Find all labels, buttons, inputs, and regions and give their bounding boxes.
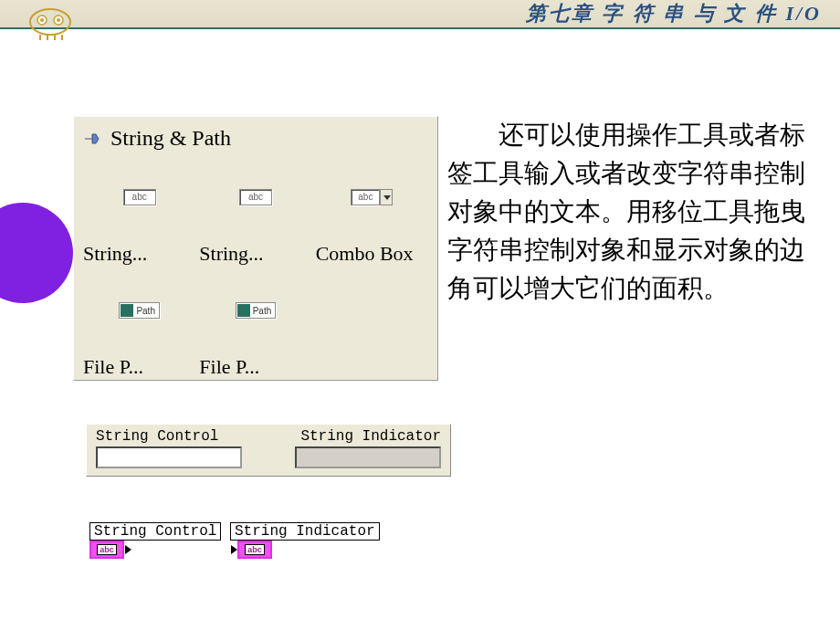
string-control-terminal: String Control abc <box>89 522 221 559</box>
palette-item[interactable]: abc <box>81 169 197 226</box>
string-indicator-label: String Indicator <box>300 428 441 445</box>
palette-item-label: String... <box>197 226 313 282</box>
string-control-icon: abc <box>123 189 156 205</box>
string-indicator-terminal-icon[interactable]: abc <box>237 541 272 559</box>
string-control-terminal-icon[interactable]: abc <box>89 541 124 559</box>
body-paragraph: 还可以使用操作工具或者标签工具输入或者改变字符串控制对象中的文本。用移位工具拖曳… <box>447 116 817 308</box>
palette-item[interactable]: Path <box>197 282 313 339</box>
palette-title: String & Path <box>110 126 231 151</box>
flow-in-icon <box>231 545 237 554</box>
palette-item-label: Combo Box <box>314 226 430 282</box>
header-bar: 第七章 字 符 串 与 文 件 I/O <box>0 0 840 29</box>
chevron-down-icon <box>380 189 393 205</box>
string-indicator-terminal: String Indicator abc <box>230 522 380 559</box>
palette-item-label: File P... <box>81 339 197 395</box>
svg-point-3 <box>40 18 44 22</box>
string-control-label: String Control <box>96 428 268 445</box>
string-indicator-icon: abc <box>239 189 272 205</box>
file-path-indicator-icon: Path <box>236 302 277 319</box>
string-indicator-display <box>295 446 441 468</box>
svg-point-4 <box>57 18 60 22</box>
string-path-palette: String & Path abc abc abc String... Stri… <box>73 116 438 381</box>
deco-circle <box>0 203 73 303</box>
front-panel-controls: String Control String Indicator <box>86 424 451 477</box>
palette-item[interactable]: abc <box>197 169 313 226</box>
palette-item[interactable]: Path <box>81 282 197 339</box>
terminal-label: String Control <box>89 522 221 541</box>
flow-out-icon <box>125 545 131 554</box>
file-path-control-icon: Path <box>119 302 160 319</box>
terminal-label: String Indicator <box>230 522 380 541</box>
combo-box-icon: abc <box>351 189 393 205</box>
palette-item[interactable]: abc <box>314 169 430 226</box>
pin-icon[interactable] <box>81 129 101 149</box>
string-control-input[interactable] <box>96 446 242 468</box>
chapter-title: 第七章 字 符 串 与 文 件 I/O <box>526 0 822 27</box>
slide-content: String & Path abc abc abc String... Stri… <box>0 29 840 630</box>
palette-item-label: String... <box>81 226 197 282</box>
palette-item-label: File P... <box>197 339 313 395</box>
